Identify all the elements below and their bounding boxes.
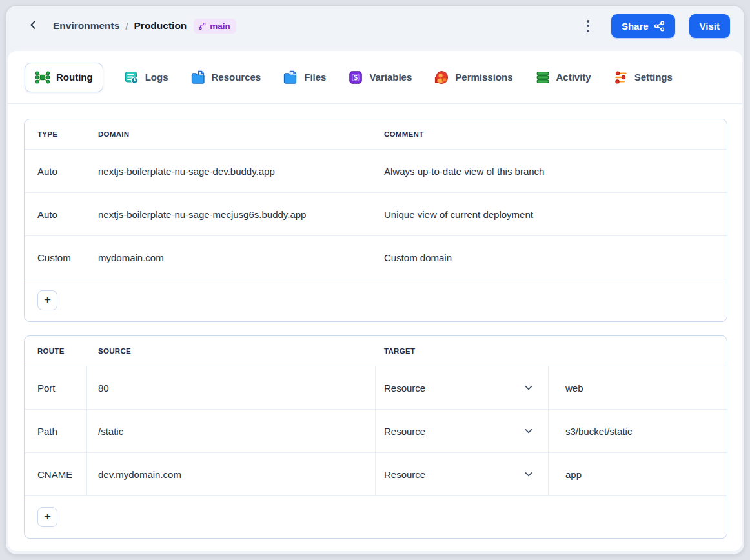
- domain-type: Custom: [25, 252, 87, 263]
- chevron-down-icon: [523, 469, 534, 479]
- target-type-value: Resource: [384, 469, 425, 480]
- column-header-comment: COMMENT: [376, 130, 727, 138]
- target-type-dropdown[interactable]: Resource: [376, 410, 549, 452]
- tab-routing-label: Routing: [56, 72, 93, 83]
- tab-routing[interactable]: Routing: [25, 63, 103, 92]
- permissions-icon: [434, 70, 449, 85]
- add-route-button[interactable]: +: [37, 507, 57, 527]
- domain-comment: Unique view of current deployment: [376, 209, 727, 220]
- route-type: Path: [25, 410, 87, 452]
- column-header-source: SOURCE: [87, 347, 376, 355]
- route-type: Port: [25, 366, 87, 409]
- domains-table-header: TYPE DOMAIN COMMENT: [25, 119, 727, 149]
- domain-comment: Custom domain: [376, 252, 727, 263]
- visit-button[interactable]: Visit: [689, 14, 730, 38]
- column-header-route: ROUTE: [25, 347, 87, 355]
- files-icon: [283, 70, 298, 85]
- routes-table-header: ROUTE SOURCE TARGET: [25, 336, 727, 366]
- header: Environments / Production main Share Vis…: [6, 6, 744, 46]
- share-button[interactable]: Share: [611, 14, 675, 38]
- target-type-value: Resource: [384, 383, 425, 394]
- resources-icon: [190, 70, 206, 85]
- tab-variables-label: Variables: [369, 72, 412, 83]
- tab-activity[interactable]: Activity: [534, 66, 593, 89]
- back-button[interactable]: [25, 17, 41, 35]
- tab-activity-label: Activity: [556, 72, 591, 83]
- routes-add-row: +: [25, 495, 727, 538]
- chevron-down-icon: [523, 426, 534, 436]
- tab-settings-label: Settings: [634, 72, 673, 83]
- routes-table: ROUTE SOURCE TARGET Port 80 Resource web…: [24, 335, 727, 539]
- domain-name: nextjs-boilerplate-nu-sage-dev.buddy.app: [87, 166, 376, 177]
- target-type-value: Resource: [384, 426, 425, 437]
- tab-logs[interactable]: Logs: [123, 66, 170, 89]
- tab-files[interactable]: Files: [281, 66, 327, 89]
- route-type: CNAME: [25, 453, 87, 495]
- tab-permissions-label: Permissions: [455, 72, 512, 83]
- tab-settings[interactable]: Settings: [612, 66, 674, 89]
- breadcrumb-environments[interactable]: Environments: [53, 20, 119, 32]
- content-area: Routing Logs: [8, 51, 742, 551]
- kebab-menu-button[interactable]: [580, 16, 596, 36]
- domain-name: nextjs-boilerplate-nu-sage-mecjusg6s.bud…: [87, 209, 376, 220]
- tab-logs-label: Logs: [145, 72, 168, 83]
- git-branch-icon: [198, 22, 207, 30]
- domain-type: Auto: [25, 166, 87, 177]
- branch-badge[interactable]: main: [194, 19, 236, 34]
- tab-permissions[interactable]: Permissions: [432, 66, 514, 89]
- chevron-down-icon: [523, 383, 534, 393]
- table-row: Custom mydomain.com Custom domain: [25, 235, 727, 279]
- domain-type: Auto: [25, 209, 87, 220]
- breadcrumb: Environments / Production main: [53, 19, 236, 34]
- column-header-domain: DOMAIN: [87, 130, 376, 138]
- breadcrumb-separator: /: [125, 21, 128, 32]
- table-row: Port 80 Resource web: [25, 366, 727, 409]
- tab-bar: Routing Logs: [8, 51, 742, 104]
- tab-resources-label: Resources: [212, 72, 261, 83]
- tab-resources[interactable]: Resources: [189, 66, 263, 89]
- route-source: /static: [87, 410, 376, 452]
- chevron-left-icon: [28, 19, 39, 32]
- target-value: s3/bucket/static: [549, 426, 727, 437]
- route-source: 80: [87, 366, 376, 409]
- table-row: Auto nextjs-boilerplate-nu-sage-mecjusg6…: [25, 192, 727, 235]
- target-type-dropdown[interactable]: Resource: [376, 366, 549, 409]
- domain-comment: Always up-to-date view of this branch: [376, 166, 727, 177]
- share-nodes-icon: [654, 21, 665, 32]
- kebab-menu-icon: [587, 20, 589, 23]
- domains-add-row: +: [25, 279, 727, 321]
- target-value: app: [549, 469, 727, 480]
- route-source: dev.mydomain.com: [87, 453, 376, 495]
- branch-badge-label: main: [210, 21, 230, 31]
- settings-icon: [613, 70, 629, 85]
- target-value: web: [549, 383, 727, 394]
- column-header-target: TARGET: [376, 347, 549, 355]
- variables-icon: $: [348, 70, 363, 85]
- app-window: Environments / Production main Share Vis…: [5, 5, 745, 555]
- tab-variables[interactable]: $ Variables: [347, 66, 413, 89]
- activity-icon: [535, 70, 551, 85]
- visit-button-label: Visit: [700, 21, 720, 32]
- tab-files-label: Files: [304, 72, 326, 83]
- table-row: CNAME dev.mydomain.com Resource app: [25, 452, 727, 495]
- table-row: Auto nextjs-boilerplate-nu-sage-dev.budd…: [25, 149, 727, 192]
- add-domain-button[interactable]: +: [37, 290, 57, 310]
- routing-icon: [35, 70, 50, 85]
- table-row: Path /static Resource s3/bucket/static: [25, 409, 727, 452]
- domain-name: mydomain.com: [87, 252, 376, 263]
- share-button-label: Share: [622, 21, 649, 32]
- target-type-dropdown[interactable]: Resource: [376, 453, 549, 495]
- breadcrumb-current: Production: [134, 20, 187, 32]
- svg-text:$: $: [354, 73, 358, 81]
- column-header-type: TYPE: [25, 130, 87, 138]
- domains-table: TYPE DOMAIN COMMENT Auto nextjs-boilerpl…: [24, 119, 727, 322]
- logs-icon: [124, 70, 139, 85]
